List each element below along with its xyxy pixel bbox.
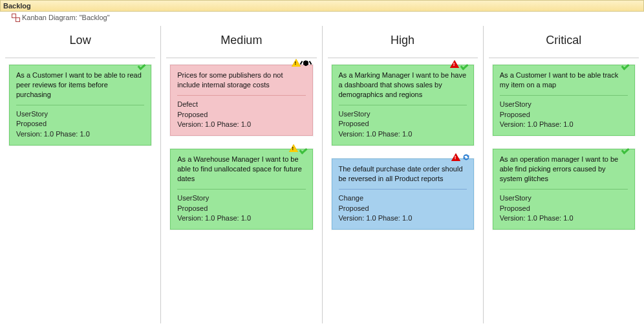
card-version: Version: 1.0 Phase: 1.0 xyxy=(339,129,467,139)
diagram-icon xyxy=(12,14,19,21)
kanban-card[interactable]: As a Warehouse Manager I want to be able… xyxy=(170,149,312,230)
critical-icon xyxy=(450,60,459,68)
cycle-icon xyxy=(462,153,471,162)
checkmark-icon xyxy=(621,58,632,70)
card-meta: UserStoryProposedVersion: 1.0 Phase: 1.0 xyxy=(16,105,144,140)
kanban-column: LowAs a Customer I want to be able to re… xyxy=(0,26,161,323)
kanban-card[interactable]: Prices for some publishers do not includ… xyxy=(170,65,312,136)
card-version: Version: 1.0 Phase: 1.0 xyxy=(177,120,305,129)
window-title: Backlog xyxy=(0,0,644,12)
card-status: Proposed xyxy=(500,110,628,120)
card-version: Version: 1.0 Phase: 1.0 xyxy=(177,213,305,223)
card-version: Version: 1.0 Phase: 1.0 xyxy=(16,129,144,139)
checkmark-icon xyxy=(137,58,149,70)
card-meta: UserStoryProposedVersion: 1.0 Phase: 1.0 xyxy=(339,105,467,140)
card-title: As a Marking Manager I want to be have a… xyxy=(339,71,467,100)
diagram-label: Kanban Diagram: "Backlog" xyxy=(22,14,110,21)
card-type: UserStory xyxy=(339,109,467,119)
column-header: High xyxy=(328,26,478,58)
card-type: UserStory xyxy=(500,193,628,203)
card-icons xyxy=(621,143,632,153)
kanban-card[interactable]: As a Marking Manager I want to be have a… xyxy=(332,65,474,146)
checkmark-icon xyxy=(298,142,310,154)
column-body: As a Customer I want to be able to read … xyxy=(0,58,160,152)
card-status: Proposed xyxy=(16,119,144,129)
warning-icon xyxy=(292,59,301,67)
card-meta: UserStoryProposedVersion: 1.0 Phase: 1.0 xyxy=(177,189,305,224)
card-type: UserStory xyxy=(177,193,305,203)
column-body: Prices for some publishers do not includ… xyxy=(161,58,321,236)
card-icons xyxy=(621,59,632,69)
card-title: As a Customer I want to be able track my… xyxy=(500,71,628,90)
card-title: As a Warehouse Manager I want to be able… xyxy=(177,155,305,184)
card-meta: UserStoryProposedVersion: 1.0 Phase: 1.0 xyxy=(500,95,628,130)
card-version: Version: 1.0 Phase: 1.0 xyxy=(500,120,628,129)
kanban-card[interactable]: As a Customer I want to be able to read … xyxy=(9,65,151,146)
card-title: As an operation manager I want to be abl… xyxy=(500,155,628,184)
kanban-column: CriticalAs a Customer I want to be able … xyxy=(484,26,644,323)
column-body: As a Customer I want to be able track my… xyxy=(484,58,644,236)
kanban-column: MediumPrices for some publishers do not … xyxy=(161,26,322,323)
card-icons xyxy=(451,153,471,162)
card-status: Proposed xyxy=(177,204,305,213)
card-status: Proposed xyxy=(339,119,467,129)
card-icons xyxy=(292,59,310,67)
kanban-column: HighAs a Marking Manager I want to be ha… xyxy=(323,26,484,323)
critical-icon xyxy=(451,153,460,161)
kanban-card[interactable]: As a Customer I want to be able track my… xyxy=(493,65,635,136)
card-status: Proposed xyxy=(500,204,628,213)
kanban-card[interactable]: The default purchase date order should b… xyxy=(332,158,474,230)
card-meta: DefectProposedVersion: 1.0 Phase: 1.0 xyxy=(177,95,305,130)
card-meta: UserStoryProposedVersion: 1.0 Phase: 1.0 xyxy=(500,189,628,224)
column-header: Critical xyxy=(489,26,639,58)
card-status: Proposed xyxy=(177,110,305,120)
checkmark-icon xyxy=(621,142,632,154)
card-meta: ChangeProposedVersion: 1.0 Phase: 1.0 xyxy=(339,189,467,224)
column-header: Medium xyxy=(166,26,316,58)
kanban-board: LowAs a Customer I want to be able to re… xyxy=(0,23,644,323)
card-type: Defect xyxy=(177,100,305,109)
card-version: Version: 1.0 Phase: 1.0 xyxy=(500,213,628,223)
column-body: As a Marking Manager I want to be have a… xyxy=(323,58,483,236)
card-icons xyxy=(138,59,148,69)
card-version: Version: 1.0 Phase: 1.0 xyxy=(339,213,467,223)
card-type: UserStory xyxy=(500,100,628,109)
card-title: Prices for some publishers do not includ… xyxy=(177,71,305,90)
card-title: As a Customer I want to be able to read … xyxy=(16,71,144,100)
card-type: UserStory xyxy=(16,109,144,119)
card-title: The default purchase date order should b… xyxy=(339,164,467,184)
bug-icon xyxy=(302,59,310,67)
card-status: Proposed xyxy=(339,204,467,213)
warning-icon xyxy=(289,144,298,152)
card-icons xyxy=(450,59,471,69)
column-header: Low xyxy=(5,26,155,58)
kanban-card[interactable]: As an operation manager I want to be abl… xyxy=(493,149,635,230)
card-icons xyxy=(289,143,310,153)
card-type: Change xyxy=(339,193,467,203)
checkmark-icon xyxy=(460,58,471,70)
diagram-subtitle: Kanban Diagram: "Backlog" xyxy=(0,12,644,23)
